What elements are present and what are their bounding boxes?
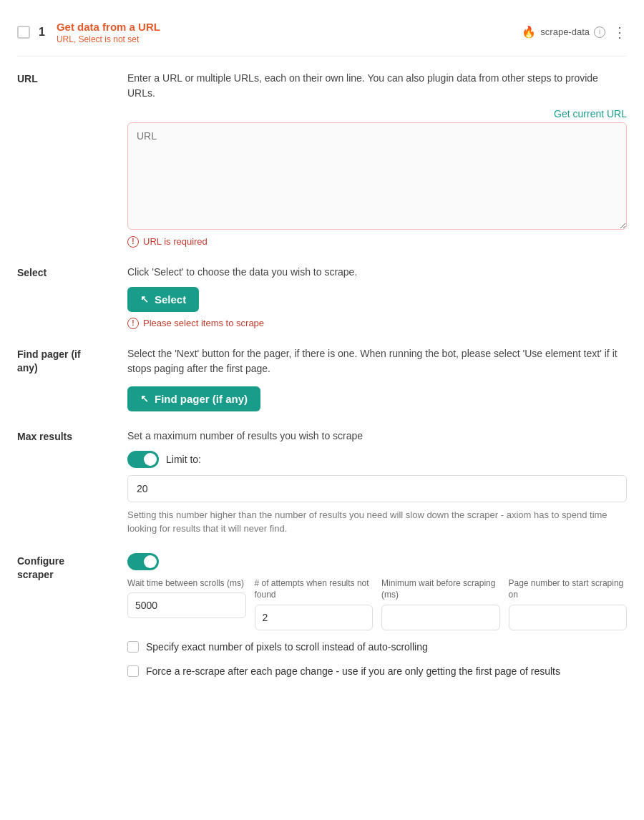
find-pager-section: Find pager (if any) Select the 'Next' bu… bbox=[17, 346, 627, 411]
max-results-input[interactable] bbox=[127, 475, 627, 502]
sub-input-label-2: Minimum wait before scraping (ms) bbox=[381, 577, 500, 602]
sub-input-label-1: # of attempts when results not found bbox=[255, 577, 374, 602]
get-current-url-link[interactable]: Get current URL bbox=[554, 108, 627, 119]
checkbox-2[interactable] bbox=[127, 665, 139, 677]
url-error-icon: ! bbox=[127, 236, 139, 248]
more-menu-icon[interactable]: ⋮ bbox=[613, 25, 627, 39]
limit-toggle[interactable] bbox=[127, 451, 159, 468]
configure-toggle-thumb bbox=[144, 555, 157, 568]
sub-input-group-3: Page number to start scraping on bbox=[509, 577, 628, 631]
badge-label: scrape-data bbox=[540, 26, 590, 37]
step-subtitle: URL, Select is not set bbox=[57, 34, 160, 44]
max-results-label: Max results bbox=[17, 431, 72, 442]
select-label-col: Select bbox=[17, 265, 110, 329]
find-pager-content-col: Select the 'Next' button for the pager, … bbox=[127, 346, 627, 411]
checkbox-2-text: Force a re-scrape after each page change… bbox=[146, 665, 560, 679]
configure-label: Configure scraper bbox=[17, 555, 64, 581]
configure-toggle-row bbox=[127, 553, 627, 570]
configure-label-col: Configure scraper bbox=[17, 553, 110, 679]
configure-toggle-track[interactable] bbox=[127, 553, 159, 570]
sub-input-2[interactable] bbox=[381, 605, 500, 630]
configure-scraper-section: Configure scraper Wait time between scro… bbox=[17, 553, 627, 679]
step-title: Get data from a URL bbox=[57, 20, 160, 34]
sub-input-group-1: # of attempts when results not found bbox=[255, 577, 374, 631]
url-label: URL bbox=[17, 73, 38, 84]
max-results-section: Max results Set a maximum number of resu… bbox=[17, 429, 627, 536]
header-row: 1 Get data from a URL URL, Select is not… bbox=[17, 11, 627, 57]
badge: 🔥 scrape-data i bbox=[522, 25, 605, 39]
checkbox-1[interactable] bbox=[127, 641, 139, 653]
find-pager-button[interactable]: ↖ Find pager (if any) bbox=[127, 386, 260, 411]
checkbox-row-2: Force a re-scrape after each page change… bbox=[127, 665, 627, 679]
sub-input-label-0: Wait time between scrolls (ms) bbox=[127, 577, 246, 590]
page-container: 1 Get data from a URL URL, Select is not… bbox=[0, 0, 644, 716]
configure-content-col: Wait time between scrolls (ms) # of atte… bbox=[127, 553, 627, 679]
url-error-text: URL is required bbox=[143, 236, 208, 247]
sub-input-0[interactable] bbox=[127, 592, 246, 618]
header-right: 🔥 scrape-data i ⋮ bbox=[522, 25, 627, 39]
sub-input-group-0: Wait time between scrolls (ms) bbox=[127, 577, 246, 631]
select-content-col: Click 'Select' to choose the data you wi… bbox=[127, 265, 627, 329]
find-pager-cursor-icon: ↖ bbox=[140, 394, 149, 404]
url-textarea[interactable] bbox=[127, 122, 627, 230]
checkbox-row-1: Specify exact number of pixels to scroll… bbox=[127, 640, 627, 655]
url-content-col: Enter a URL or multiple URLs, each on th… bbox=[127, 71, 627, 248]
select-error-text: Please select items to scrape bbox=[143, 318, 264, 328]
select-error-icon: ! bbox=[127, 318, 139, 329]
sub-input-label-3: Page number to start scraping on bbox=[509, 577, 628, 602]
limit-toggle-row: Limit to: bbox=[127, 451, 627, 468]
select-label: Select bbox=[17, 267, 47, 278]
toggle-thumb bbox=[144, 453, 157, 466]
toggle-track[interactable] bbox=[127, 451, 159, 468]
fire-icon: 🔥 bbox=[522, 25, 536, 39]
select-error: ! Please select items to scrape bbox=[127, 318, 627, 329]
find-pager-label-col: Find pager (if any) bbox=[17, 346, 110, 411]
select-button[interactable]: ↖ Select bbox=[127, 287, 199, 312]
sub-input-group-2: Minimum wait before scraping (ms) bbox=[381, 577, 500, 631]
max-results-helper: Setting this number higher than the numb… bbox=[127, 508, 627, 536]
select-description: Click 'Select' to choose the data you wi… bbox=[127, 265, 627, 280]
configure-toggle[interactable] bbox=[127, 553, 159, 570]
max-results-content-col: Set a maximum number of results you wish… bbox=[127, 429, 627, 536]
find-pager-label: Find pager (if any) bbox=[17, 348, 81, 374]
url-label-col: URL bbox=[17, 71, 110, 248]
select-section: Select Click 'Select' to choose the data… bbox=[17, 265, 627, 329]
info-icon[interactable]: i bbox=[594, 26, 605, 38]
max-results-description: Set a maximum number of results you wish… bbox=[127, 429, 627, 444]
get-current-url-row: Get current URL bbox=[127, 108, 627, 119]
step-title-block: Get data from a URL URL, Select is not s… bbox=[57, 20, 160, 44]
sub-input-3[interactable] bbox=[509, 605, 628, 630]
checkbox-1-text: Specify exact number of pixels to scroll… bbox=[146, 640, 428, 655]
cursor-icon: ↖ bbox=[140, 294, 149, 304]
max-results-label-col: Max results bbox=[17, 429, 110, 536]
step-checkbox[interactable] bbox=[17, 26, 30, 39]
limit-toggle-label: Limit to: bbox=[166, 454, 201, 465]
url-description: Enter a URL or multiple URLs, each on th… bbox=[127, 71, 627, 101]
select-button-label: Select bbox=[155, 294, 186, 305]
sub-input-1[interactable] bbox=[255, 605, 374, 630]
find-pager-button-label: Find pager (if any) bbox=[155, 394, 248, 404]
sub-inputs-row: Wait time between scrolls (ms) # of atte… bbox=[127, 577, 627, 631]
step-number: 1 bbox=[39, 26, 45, 39]
url-error: ! URL is required bbox=[127, 236, 627, 248]
header-left: 1 Get data from a URL URL, Select is not… bbox=[17, 20, 160, 44]
url-section: URL Enter a URL or multiple URLs, each o… bbox=[17, 71, 627, 248]
find-pager-description: Select the 'Next' button for the pager, … bbox=[127, 346, 627, 376]
